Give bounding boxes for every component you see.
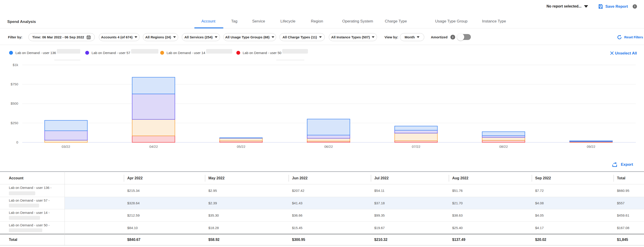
svg-text:09/22: 09/22 bbox=[587, 145, 595, 148]
svg-text:08/22: 08/22 bbox=[499, 145, 508, 148]
svg-text:07/22: 07/22 bbox=[412, 145, 420, 148]
svg-text:$750: $750 bbox=[11, 82, 18, 86]
svg-text:04/22: 04/22 bbox=[149, 145, 158, 148]
svg-text:05/22: 05/22 bbox=[237, 145, 246, 148]
svg-text:03/22: 03/22 bbox=[62, 145, 70, 148]
svg-text:0: 0 bbox=[16, 140, 18, 144]
svg-text:$500: $500 bbox=[11, 101, 18, 105]
svg-text:$1k: $1k bbox=[13, 63, 18, 67]
svg-text:06/22: 06/22 bbox=[324, 145, 333, 148]
svg-text:$250: $250 bbox=[11, 121, 18, 125]
